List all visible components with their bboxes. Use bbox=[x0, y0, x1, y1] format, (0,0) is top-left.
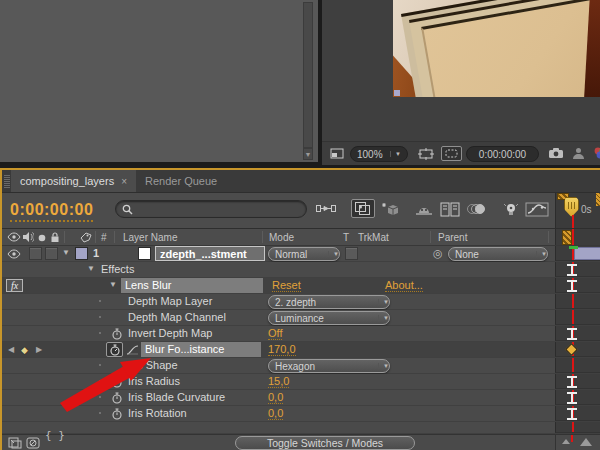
shy-layers-icon[interactable] bbox=[414, 202, 434, 216]
parent-dropdown[interactable]: None ▼ bbox=[448, 247, 548, 261]
solid-color-swatch[interactable] bbox=[138, 247, 151, 260]
prop-name-highlighted[interactable]: Blur Fo...istance bbox=[141, 342, 261, 357]
eye-column-icon bbox=[7, 232, 21, 242]
viewer-timecode[interactable]: 0:00:00:00 bbox=[466, 146, 539, 162]
search-input[interactable] bbox=[137, 202, 287, 216]
time-ruler[interactable]: 0s bbox=[555, 193, 600, 228]
zoom-out-mountain-icon[interactable] bbox=[562, 439, 570, 444]
layer-name-field[interactable]: zdepth_...stment bbox=[155, 246, 265, 261]
effect-lens-blur-row[interactable]: fx ▼ Lens Blur Reset About... bbox=[2, 278, 600, 294]
blend-mode-value: Normal bbox=[275, 249, 307, 260]
blend-mode-dropdown[interactable]: Normal ▼ bbox=[268, 247, 340, 261]
expression-graph-icon[interactable] bbox=[126, 344, 139, 355]
in-out-marker bbox=[567, 376, 577, 388]
work-area-bar[interactable] bbox=[562, 230, 572, 245]
column-t[interactable]: T bbox=[343, 232, 349, 243]
depth-map-channel-dropdown[interactable]: Luminance ▼ bbox=[268, 311, 390, 325]
tab-render-queue[interactable]: Render Queue bbox=[136, 170, 226, 192]
column-layer-name[interactable]: Layer Name bbox=[123, 232, 177, 243]
brainstorm-icon[interactable] bbox=[502, 202, 520, 217]
current-time-indicator-line bbox=[572, 358, 574, 372]
timeline-bottom-bar: { } Toggle Switches / Modes bbox=[2, 434, 600, 450]
prop-label: Iris Radius bbox=[128, 375, 180, 387]
layer-row[interactable]: ▼ 1 zdepth_...stment Normal ▼ ◎ None ▼ bbox=[2, 246, 600, 262]
depth-map-layer-dropdown[interactable]: 2. zdepth ▼ bbox=[268, 295, 390, 309]
effects-group-row[interactable]: ▼ Effects bbox=[2, 262, 600, 278]
effect-name[interactable]: Lens Blur bbox=[121, 278, 263, 293]
zoom-in-mountain-icon[interactable] bbox=[580, 438, 592, 446]
marching-ants-icon[interactable] bbox=[441, 146, 462, 161]
current-time-indicator-line bbox=[572, 215, 574, 228]
work-area-end-handle[interactable] bbox=[596, 193, 600, 206]
group-expand-triangle-icon[interactable]: ▼ bbox=[87, 264, 95, 273]
prop-value-scrubber[interactable]: 15,0 bbox=[268, 375, 289, 388]
column-mode[interactable]: Mode bbox=[269, 232, 294, 243]
effect-expand-triangle-icon[interactable]: ▼ bbox=[109, 280, 117, 289]
prop-value-toggle[interactable]: Off bbox=[268, 327, 282, 340]
current-time-display[interactable]: 0:00:00:00 bbox=[10, 201, 93, 222]
snapshot-camera-icon[interactable] bbox=[548, 147, 564, 159]
column-trkmat[interactable]: TrkMat bbox=[358, 232, 389, 243]
motion-blur-icon[interactable] bbox=[466, 202, 488, 216]
frame-blending-icon[interactable] bbox=[440, 202, 460, 217]
add-keyframe-diamond-icon[interactable]: ◆ bbox=[21, 345, 28, 355]
expand-layer-switches-icon[interactable] bbox=[8, 437, 22, 449]
layer-switch-box[interactable] bbox=[45, 247, 58, 260]
prop-iris-shape-row[interactable]: Iris Shape Hexagon ▼ bbox=[2, 358, 600, 374]
show-snapshot-person-icon[interactable] bbox=[572, 147, 585, 159]
column-hash[interactable]: # bbox=[101, 232, 107, 243]
reset-link[interactable]: Reset bbox=[272, 279, 301, 292]
live-update-icon[interactable] bbox=[351, 199, 375, 218]
prop-depth-map-layer-row[interactable]: Depth Map Layer 2. zdepth ▼ bbox=[2, 294, 600, 310]
label-color-swatch[interactable] bbox=[75, 247, 88, 260]
project-scrollbar[interactable] bbox=[303, 2, 313, 148]
scroll-down-arrow-icon[interactable]: ▼ bbox=[303, 148, 313, 160]
timeline-tabbar: compositing_layers × Render Queue bbox=[2, 170, 600, 192]
row-rail bbox=[555, 278, 600, 293]
next-keyframe-arrow-icon[interactable]: ▶ bbox=[36, 345, 42, 354]
preserve-transparency-checkbox[interactable] bbox=[345, 247, 358, 260]
mini-flowchart-icon[interactable] bbox=[316, 202, 336, 215]
previous-keyframe-arrow-icon[interactable]: ◀ bbox=[8, 345, 14, 354]
prop-iris-radius-row[interactable]: Iris Radius 15,0 bbox=[2, 374, 600, 390]
current-time-indicator-head[interactable] bbox=[564, 197, 579, 217]
stopwatch-icon[interactable] bbox=[111, 408, 123, 420]
dropdown-value: Hexagon bbox=[275, 361, 315, 372]
graph-editor-icon[interactable] bbox=[525, 202, 549, 217]
close-icon[interactable]: × bbox=[121, 176, 127, 187]
pickwhip-icon[interactable]: ◎ bbox=[433, 247, 443, 260]
fx-badge-icon[interactable]: fx bbox=[6, 279, 23, 292]
column-parent[interactable]: Parent bbox=[438, 232, 467, 243]
prop-value-scrubber[interactable]: 0,0 bbox=[268, 407, 283, 420]
rgb-channels-icon[interactable] bbox=[592, 146, 600, 160]
stopwatch-icon[interactable] bbox=[111, 376, 123, 388]
prop-blur-focal-distance-row[interactable]: ◀ ◆ ▶ Blur Fo...istance 170,0 bbox=[2, 342, 600, 358]
layer-switch-box[interactable] bbox=[29, 247, 42, 260]
iris-shape-dropdown[interactable]: Hexagon ▼ bbox=[268, 359, 390, 373]
keyframe-diamond[interactable] bbox=[565, 343, 578, 356]
prop-value-scrubber[interactable]: 170,0 bbox=[268, 343, 296, 356]
prop-iris-rotation-row[interactable]: Iris Rotation 0,0 bbox=[2, 406, 600, 422]
panel-grip-icon[interactable] bbox=[4, 174, 10, 188]
prop-value-scrubber[interactable]: 0,0 bbox=[268, 391, 283, 404]
stopwatch-active-icon[interactable] bbox=[106, 342, 123, 357]
stopwatch-icon[interactable] bbox=[111, 392, 123, 404]
tab-compositing-layers[interactable]: compositing_layers × bbox=[11, 170, 136, 192]
grid-guides-icon[interactable] bbox=[418, 148, 434, 160]
expand-transfer-controls-icon[interactable] bbox=[26, 437, 40, 449]
prop-invert-depth-map-row[interactable]: Invert Depth Map Off bbox=[2, 326, 600, 342]
prop-depth-map-channel-row[interactable]: Depth Map Channel Luminance ▼ bbox=[2, 310, 600, 326]
about-link[interactable]: About... bbox=[385, 279, 423, 292]
chevron-down-icon: ▼ bbox=[378, 299, 389, 305]
layer-corner-handle[interactable] bbox=[394, 90, 400, 96]
zoom-level-dropdown[interactable]: 100% ▼ bbox=[350, 146, 408, 162]
in-out-marker bbox=[567, 264, 577, 276]
prop-iris-blade-curvature-row[interactable]: Iris Blade Curvature 0,0 bbox=[2, 390, 600, 406]
stopwatch-icon[interactable] bbox=[111, 328, 123, 340]
toggle-switches-modes-button[interactable]: Toggle Switches / Modes bbox=[235, 436, 415, 450]
eye-visibility-icon[interactable] bbox=[7, 249, 21, 259]
layer-expand-triangle-icon[interactable]: ▼ bbox=[62, 248, 70, 257]
timeline-search[interactable] bbox=[115, 200, 307, 218]
region-of-interest-icon[interactable] bbox=[330, 148, 344, 159]
draft-3d-icon[interactable] bbox=[381, 202, 401, 218]
